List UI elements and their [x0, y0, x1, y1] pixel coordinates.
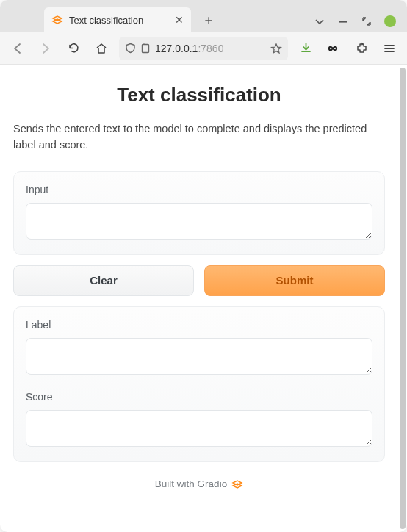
tab-title: Text classification — [69, 15, 169, 26]
back-button[interactable] — [7, 38, 28, 59]
input-field: Input — [26, 184, 372, 242]
tabs-dropdown-icon[interactable] — [313, 15, 326, 28]
address-bar[interactable]: 127.0.0.1:7860 — [119, 37, 288, 60]
label-field: Label — [26, 319, 372, 378]
url-host: 127.0.0.1 — [155, 43, 198, 54]
input-label: Input — [26, 184, 372, 195]
page-description: Sends the entered text to the model to c… — [13, 121, 385, 154]
browser-window: Text classification ✕ ＋ — [0, 0, 407, 532]
gradio-logo-icon — [231, 478, 243, 490]
close-tab-icon[interactable]: ✕ — [175, 14, 184, 26]
output-panel: Label Score — [13, 306, 385, 462]
clear-button[interactable]: Clear — [13, 265, 194, 296]
forward-button[interactable] — [35, 38, 56, 59]
label-textarea[interactable] — [26, 338, 372, 375]
bookmark-star-icon[interactable] — [270, 43, 282, 54]
shield-icon[interactable] — [125, 43, 136, 54]
page-title: Text classification — [13, 84, 385, 107]
url-text: 127.0.0.1:7860 — [155, 43, 266, 54]
reload-button[interactable] — [63, 38, 84, 59]
downloads-button[interactable] — [295, 38, 316, 59]
input-textarea[interactable] — [26, 203, 372, 240]
score-label: Score — [26, 391, 372, 403]
scrollbar-thumb[interactable] — [400, 68, 406, 529]
submit-button[interactable]: Submit — [204, 265, 385, 296]
footer: Built with Gradio — [13, 472, 385, 492]
footer-text: Built with Gradio — [155, 478, 227, 489]
gradio-favicon-icon — [51, 14, 63, 26]
input-panel: Input — [13, 171, 385, 255]
window-controls — [313, 15, 401, 32]
url-port: :7860 — [198, 43, 223, 54]
tab-bar: Text classification ✕ ＋ — [0, 0, 407, 32]
menu-button[interactable] — [379, 38, 400, 59]
browser-tab[interactable]: Text classification ✕ — [44, 7, 191, 32]
viewport: Text classification Sends the entered te… — [0, 65, 407, 532]
home-button[interactable] — [91, 38, 112, 59]
page-content: Text classification Sends the entered te… — [0, 65, 398, 532]
close-window-icon[interactable] — [383, 15, 397, 28]
score-field: Score — [26, 391, 372, 450]
minimize-icon[interactable] — [336, 15, 350, 28]
button-row: Clear Submit — [13, 265, 385, 296]
extensions-button[interactable] — [351, 38, 372, 59]
svg-rect-1 — [143, 44, 149, 52]
browser-toolbar: 127.0.0.1:7860 — [0, 32, 407, 65]
vertical-scrollbar[interactable] — [398, 65, 407, 532]
score-textarea[interactable] — [26, 410, 372, 447]
page-info-icon[interactable] — [140, 43, 151, 54]
infinity-icon[interactable] — [323, 38, 344, 59]
svg-rect-0 — [339, 21, 347, 23]
maximize-icon[interactable] — [360, 15, 373, 28]
new-tab-button[interactable]: ＋ — [198, 10, 219, 30]
label-label: Label — [26, 319, 372, 331]
